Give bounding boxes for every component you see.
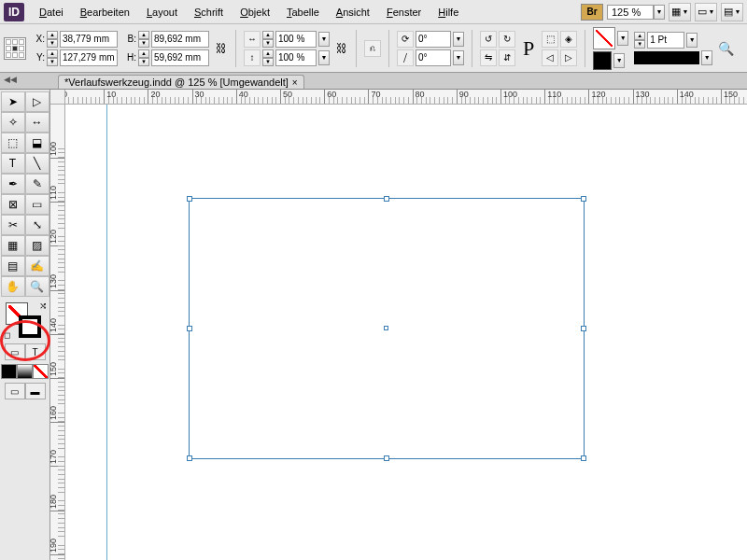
gradient-swatch-tool[interactable]: ▦ xyxy=(1,235,25,256)
fill-dropdown[interactable]: ▼ xyxy=(617,31,628,46)
menu-schrift[interactable]: Schrift xyxy=(187,4,231,21)
horizontal-ruler[interactable]: 0102030405060708090100110120130140150160 xyxy=(65,90,747,105)
menu-ansicht[interactable]: Ansicht xyxy=(329,4,377,21)
resize-handle-nw[interactable] xyxy=(187,196,192,202)
w-input[interactable] xyxy=(151,31,209,48)
stroke-weight-dropdown[interactable]: ▼ xyxy=(686,33,698,48)
flip-v-icon[interactable]: ⇵ xyxy=(499,49,515,66)
line-tool[interactable]: ╲ xyxy=(25,153,49,174)
y-up[interactable]: ▲ xyxy=(47,49,58,58)
stroke-box[interactable] xyxy=(19,315,41,338)
stroke-style-preview[interactable] xyxy=(634,51,699,64)
content-collector-tool[interactable]: ⬚ xyxy=(1,133,25,153)
collapse-panels-icon[interactable]: ◀◀ xyxy=(4,75,17,84)
quick-apply-icon[interactable]: 🔍 xyxy=(718,41,734,56)
rectangle-tool[interactable]: ▭ xyxy=(25,194,49,215)
bridge-icon[interactable]: Br xyxy=(581,4,603,21)
resize-handle-e[interactable] xyxy=(581,326,586,331)
resize-handle-sw[interactable] xyxy=(187,455,192,461)
scale-y-input[interactable] xyxy=(275,49,317,66)
rotate-input[interactable] xyxy=(416,31,451,48)
clear-transform-icon[interactable]: ⎌ xyxy=(364,40,381,57)
select-container-icon[interactable]: ⬚ xyxy=(542,31,558,48)
select-next-icon[interactable]: ▷ xyxy=(560,49,577,66)
x-down[interactable]: ▼ xyxy=(47,39,58,48)
apply-none-button[interactable] xyxy=(33,364,49,379)
default-fill-stroke-icon[interactable]: ◻ xyxy=(4,330,10,340)
fill-stroke-control[interactable]: ⤭ ◻ xyxy=(4,301,47,340)
resize-handle-s[interactable] xyxy=(384,455,389,461)
x-up[interactable]: ▲ xyxy=(47,31,58,39)
scissors-tool[interactable]: ✂ xyxy=(1,215,25,235)
menu-tabelle[interactable]: Tabelle xyxy=(279,4,327,21)
rotate-dropdown[interactable]: ▼ xyxy=(453,32,464,47)
shear-dropdown[interactable]: ▼ xyxy=(453,50,464,65)
note-tool[interactable]: ▤ xyxy=(1,256,25,276)
ruler-origin[interactable] xyxy=(50,90,65,105)
resize-handle-ne[interactable] xyxy=(581,196,586,202)
page-tool[interactable]: ✧ xyxy=(1,112,25,133)
screen-mode-button[interactable]: ▭▼ xyxy=(695,3,717,21)
h-up[interactable]: ▲ xyxy=(138,49,149,58)
w-down[interactable]: ▼ xyxy=(138,39,149,48)
direct-selection-tool[interactable]: ▷ xyxy=(25,91,49,112)
type-tool[interactable]: T xyxy=(1,153,25,174)
x-input[interactable] xyxy=(60,31,118,48)
vertical-guide[interactable] xyxy=(106,105,107,560)
y-input[interactable] xyxy=(60,49,118,66)
constrain-proportions-icon[interactable]: ⛓ xyxy=(215,32,228,65)
menu-objekt[interactable]: Objekt xyxy=(233,4,277,21)
resize-handle-n[interactable] xyxy=(384,196,389,202)
zoom-dropdown[interactable]: ▼ xyxy=(654,5,665,20)
menu-fenster[interactable]: Fenster xyxy=(379,4,429,21)
selection-tool[interactable]: ➤ xyxy=(1,91,25,112)
tab-close-icon[interactable]: × xyxy=(292,77,298,88)
flip-h-icon[interactable]: ⇋ xyxy=(480,49,497,66)
arrange-docs-button[interactable]: ▤▼ xyxy=(721,3,743,21)
resize-handle-se[interactable] xyxy=(581,455,586,461)
select-prev-icon[interactable]: ◁ xyxy=(542,49,558,66)
stroke-weight-input[interactable] xyxy=(647,32,684,49)
gradient-feather-tool[interactable]: ▨ xyxy=(25,235,49,256)
select-content-icon[interactable]: ◈ xyxy=(560,31,577,48)
reference-point[interactable] xyxy=(4,37,26,60)
pencil-tool[interactable]: ✎ xyxy=(25,174,49,194)
formatting-container-button[interactable]: ▭ xyxy=(5,343,25,360)
center-point[interactable] xyxy=(384,326,388,330)
zoom-level-field[interactable]: 125 % xyxy=(607,5,654,20)
menu-layout[interactable]: Layout xyxy=(139,4,185,21)
menu-bearbeiten[interactable]: Bearbeiten xyxy=(73,4,137,21)
scale-y-dropdown[interactable]: ▼ xyxy=(318,50,330,65)
apply-gradient-button[interactable] xyxy=(17,364,33,379)
hand-tool[interactable]: ✋ xyxy=(1,276,25,297)
menu-datei[interactable]: Datei xyxy=(32,4,71,21)
selected-rectangle[interactable] xyxy=(189,198,585,459)
menu-hilfe[interactable]: Hilfe xyxy=(430,4,466,21)
swap-fill-stroke-icon[interactable]: ⤭ xyxy=(39,301,47,311)
normal-view-button[interactable]: ▭ xyxy=(5,383,25,399)
shear-input[interactable] xyxy=(416,49,451,66)
rotate-ccw-icon[interactable]: ↺ xyxy=(480,31,497,48)
y-down[interactable]: ▼ xyxy=(47,58,58,66)
constrain-scale-icon[interactable]: ⛓ xyxy=(335,32,348,65)
stroke-dropdown[interactable]: ▼ xyxy=(613,53,625,68)
rotate-cw-icon[interactable]: ↻ xyxy=(499,31,515,48)
apply-color-button[interactable] xyxy=(1,364,17,379)
stroke-swatch[interactable] xyxy=(593,51,612,70)
rectangle-frame-tool[interactable]: ⊠ xyxy=(1,194,25,215)
w-up[interactable]: ▲ xyxy=(138,31,149,39)
document-tab[interactable]: *Verlaufswerkzeug.indd @ 125 % [Umgewand… xyxy=(58,75,304,89)
scale-x-dropdown[interactable]: ▼ xyxy=(318,32,330,47)
preview-view-button[interactable]: ▬ xyxy=(25,383,46,399)
content-placer-tool[interactable]: ⬓ xyxy=(25,133,49,153)
formatting-text-button[interactable]: T xyxy=(25,343,46,360)
resize-handle-w[interactable] xyxy=(187,326,192,331)
gap-tool[interactable]: ↔ xyxy=(25,112,49,133)
view-options-button[interactable]: ▦▼ xyxy=(669,3,691,21)
stroke-style-dropdown[interactable]: ▼ xyxy=(701,50,712,65)
document-canvas[interactable] xyxy=(65,105,747,560)
pen-tool[interactable]: ✒ xyxy=(1,174,25,194)
scale-x-input[interactable] xyxy=(275,31,317,48)
h-down[interactable]: ▼ xyxy=(138,58,149,66)
fill-swatch[interactable] xyxy=(593,27,615,49)
